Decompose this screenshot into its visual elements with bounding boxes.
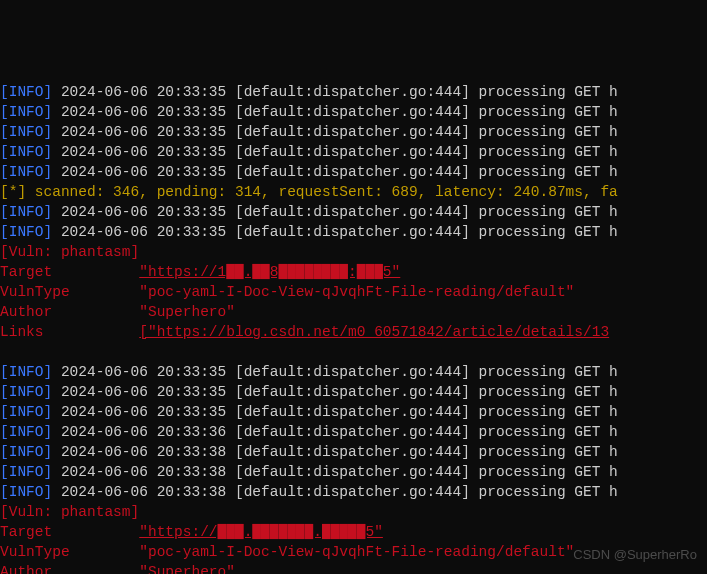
- log-level-tag: [INFO]: [0, 204, 52, 220]
- vuln-target-value: "https://███.███████.█████5": [139, 524, 383, 540]
- log-content: 2024-06-06 20:33:35 [default:dispatcher.…: [52, 224, 618, 240]
- log-info-line: [INFO] 2024-06-06 20:33:35 [default:disp…: [0, 162, 707, 182]
- vuln-author-value: "Superhero": [139, 564, 235, 574]
- log-info-line: [INFO] 2024-06-06 20:33:38 [default:disp…: [0, 462, 707, 482]
- log-content: 2024-06-06 20:33:38 [default:dispatcher.…: [52, 464, 618, 480]
- log-info-line: [INFO] 2024-06-06 20:33:38 [default:disp…: [0, 442, 707, 462]
- log-content: 2024-06-06 20:33:35 [default:dispatcher.…: [52, 144, 618, 160]
- log-content: 2024-06-06 20:33:36 [default:dispatcher.…: [52, 424, 618, 440]
- vuln-target-label: Target: [0, 524, 139, 540]
- vuln-type-label: VulnType: [0, 544, 139, 560]
- log-level-tag: [INFO]: [0, 84, 52, 100]
- log-content: 2024-06-06 20:33:35 [default:dispatcher.…: [52, 84, 618, 100]
- vuln-header: [Vuln: phantasm]: [0, 242, 707, 262]
- vuln-target-line: Target "https://1██.██8████████:███5": [0, 262, 707, 282]
- log-level-tag: [INFO]: [0, 144, 52, 160]
- vuln-links-value: ["https://blog.csdn.net/m0_60571842/arti…: [139, 324, 609, 340]
- log-content: 2024-06-06 20:33:35 [default:dispatcher.…: [52, 204, 618, 220]
- vuln-target-line: Target "https://███.███████.█████5": [0, 522, 707, 542]
- log-content: 2024-06-06 20:33:35 [default:dispatcher.…: [52, 404, 618, 420]
- log-content: 2024-06-06 20:33:38 [default:dispatcher.…: [52, 444, 618, 460]
- vuln-author-label: Author: [0, 564, 139, 574]
- log-level-tag: [INFO]: [0, 224, 52, 240]
- vuln-author-label: Author: [0, 304, 139, 320]
- log-info-line: [INFO] 2024-06-06 20:33:35 [default:disp…: [0, 202, 707, 222]
- log-info-line: [INFO] 2024-06-06 20:33:35 [default:disp…: [0, 82, 707, 102]
- log-info-line: [INFO] 2024-06-06 20:33:36 [default:disp…: [0, 422, 707, 442]
- vuln-type-label: VulnType: [0, 284, 139, 300]
- log-level-tag: [INFO]: [0, 444, 52, 460]
- log-info-line: [INFO] 2024-06-06 20:33:35 [default:disp…: [0, 102, 707, 122]
- log-level-tag: [INFO]: [0, 424, 52, 440]
- log-level-tag: [INFO]: [0, 484, 52, 500]
- vuln-type-line: VulnType "poc-yaml-I-Doc-View-qJvqhFt-Fi…: [0, 282, 707, 302]
- log-info-line: [INFO] 2024-06-06 20:33:35 [default:disp…: [0, 402, 707, 422]
- log-content: 2024-06-06 20:33:35 [default:dispatcher.…: [52, 104, 618, 120]
- vuln-links-label: Links: [0, 324, 139, 340]
- log-level-tag: [INFO]: [0, 164, 52, 180]
- watermark: CSDN @SuperherRo: [573, 546, 697, 564]
- vuln-target-value: "https://1██.██8████████:███5": [139, 264, 400, 280]
- log-content: 2024-06-06 20:33:35 [default:dispatcher.…: [52, 124, 618, 140]
- blank-line: [0, 342, 707, 362]
- vuln-target-label: Target: [0, 264, 139, 280]
- log-info-line: [INFO] 2024-06-06 20:33:35 [default:disp…: [0, 122, 707, 142]
- log-info-line: [INFO] 2024-06-06 20:33:35 [default:disp…: [0, 362, 707, 382]
- log-level-tag: [INFO]: [0, 384, 52, 400]
- log-info-line: [INFO] 2024-06-06 20:33:38 [default:disp…: [0, 482, 707, 502]
- log-level-tag: [INFO]: [0, 104, 52, 120]
- log-content: 2024-06-06 20:33:35 [default:dispatcher.…: [52, 364, 618, 380]
- log-content: 2024-06-06 20:33:38 [default:dispatcher.…: [52, 484, 618, 500]
- vuln-author-value: "Superhero": [139, 304, 235, 320]
- scan-stats-line: [*] scanned: 346, pending: 314, requestS…: [0, 182, 707, 202]
- log-level-tag: [INFO]: [0, 404, 52, 420]
- log-level-tag: [INFO]: [0, 124, 52, 140]
- log-level-tag: [INFO]: [0, 464, 52, 480]
- log-level-tag: [INFO]: [0, 364, 52, 380]
- vuln-links-line: Links ["https://blog.csdn.net/m0_6057184…: [0, 322, 707, 342]
- vuln-header: [Vuln: phantasm]: [0, 502, 707, 522]
- log-info-line: [INFO] 2024-06-06 20:33:35 [default:disp…: [0, 222, 707, 242]
- log-content: 2024-06-06 20:33:35 [default:dispatcher.…: [52, 384, 618, 400]
- vuln-type-value: "poc-yaml-I-Doc-View-qJvqhFt-File-readin…: [139, 284, 574, 300]
- log-info-line: [INFO] 2024-06-06 20:33:35 [default:disp…: [0, 382, 707, 402]
- vuln-type-value: "poc-yaml-I-Doc-View-qJvqhFt-File-readin…: [139, 544, 574, 560]
- vuln-author-line: Author "Superhero": [0, 302, 707, 322]
- log-info-line: [INFO] 2024-06-06 20:33:35 [default:disp…: [0, 142, 707, 162]
- log-content: 2024-06-06 20:33:35 [default:dispatcher.…: [52, 164, 618, 180]
- terminal-output: [INFO] 2024-06-06 20:33:35 [default:disp…: [0, 82, 707, 574]
